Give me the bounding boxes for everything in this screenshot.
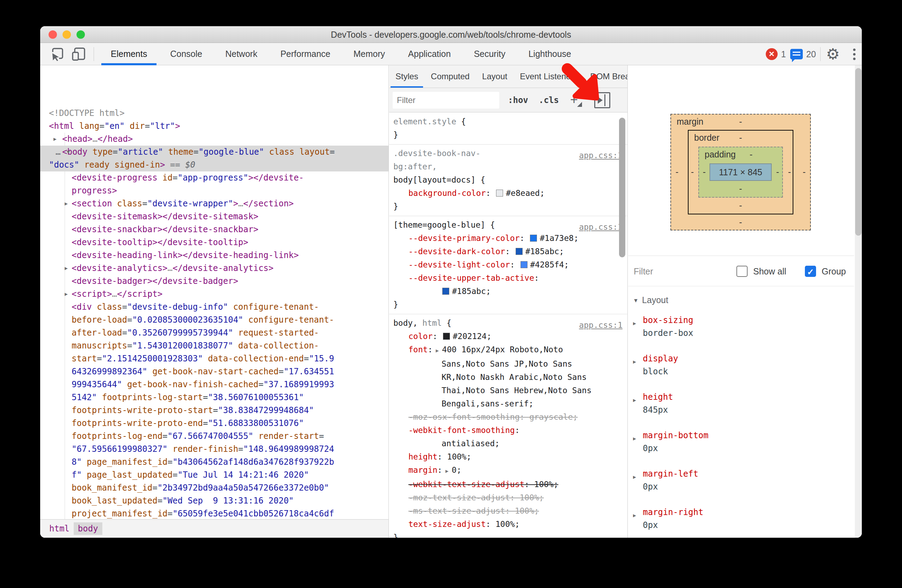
more-options-icon[interactable]	[852, 47, 857, 61]
layout-section-header[interactable]: ▼Layout	[633, 295, 668, 305]
tab-network[interactable]: Network	[214, 43, 269, 65]
messages-icon[interactable]	[790, 49, 803, 59]
tab-performance[interactable]: Performance	[269, 43, 342, 65]
margin-left-value[interactable]: -	[672, 167, 682, 177]
color-swatch[interactable]	[496, 189, 503, 197]
collapsed-arrow-icon[interactable]: ▶	[65, 197, 68, 210]
css-declaration[interactable]: -moz-osx-font-smoothing: grayscale;	[389, 410, 627, 424]
breadcrumb-item-body[interactable]: body	[74, 522, 102, 535]
tab-elements[interactable]: Elements	[99, 43, 158, 65]
css-declaration[interactable]: font: ▶ 400 16px/24px Roboto,Noto Sans,N…	[389, 343, 627, 410]
css-declaration[interactable]: -ms-text-size-adjust: 100%;	[389, 504, 627, 518]
css-rule[interactable]: [theme=google-blue] {app.css:1--devsite-…	[389, 216, 627, 314]
css-declaration[interactable]: height: 100%;	[389, 450, 627, 463]
css-declaration[interactable]: margin: ▶ 0;	[389, 463, 627, 478]
margin-bottom-value[interactable]: -	[735, 217, 746, 227]
rule-selector: body, html {app.css:1	[389, 316, 627, 330]
collapsed-arrow-icon[interactable]: ▶	[633, 471, 636, 483]
color-swatch[interactable]	[520, 261, 528, 268]
computed-property[interactable]: ▶displayblock	[628, 352, 854, 378]
collapsed-arrow-icon[interactable]: ▶	[633, 432, 636, 445]
margin-top-value[interactable]: -	[735, 117, 746, 127]
padding-left-value[interactable]: -	[699, 167, 709, 177]
css-rule[interactable]: .devsite-book-nav- bg:after, body[layout…	[389, 145, 627, 216]
tab-security[interactable]: Security	[462, 43, 517, 65]
dom-tree-line[interactable]: <devsite-progress id="app-progress"></de…	[40, 172, 388, 197]
collapsed-arrow-icon[interactable]: ▶	[633, 394, 636, 407]
computed-property[interactable]: ▶margin-bottom0px	[628, 429, 854, 455]
computed-property[interactable]: ▶margin-right0px	[628, 506, 854, 532]
collapsed-arrow-icon[interactable]: ▶	[633, 355, 636, 368]
tab-application[interactable]: Application	[396, 43, 462, 65]
dom-tree-line[interactable]: ▶<script>…</script>	[40, 288, 388, 301]
css-declaration[interactable]: --devsite-upper-tab-active: #185abc;	[389, 271, 627, 298]
dom-tree-line[interactable]: <devsite-tooltip></devsite-tooltip>	[40, 236, 388, 249]
expanded-arrow-icon[interactable]: ▼	[53, 145, 70, 158]
box-model-content[interactable]: 1171 × 845	[709, 163, 772, 181]
collapsed-arrow-icon[interactable]: ▶	[65, 288, 68, 301]
css-declaration[interactable]: -webkit-text-size-adjust: 100%;	[389, 478, 627, 491]
collapsed-arrow-icon[interactable]: ▶	[633, 317, 636, 330]
dom-tree-line[interactable]: <div class="devsite-debug-info" configur…	[40, 301, 388, 519]
margin-right-value[interactable]: -	[799, 167, 810, 177]
border-left-value[interactable]: -	[687, 167, 698, 177]
dom-tree-line[interactable]: <devsite-snackbar></devsite-snackbar>	[40, 223, 388, 236]
color-swatch[interactable]	[443, 333, 450, 340]
collapsed-arrow-icon[interactable]: ▶	[53, 133, 56, 145]
rule-close-brace: }	[389, 128, 627, 141]
sidebar-tab-computed[interactable]: Computed	[424, 65, 476, 88]
group-checkbox[interactable]: ✓	[805, 266, 816, 277]
inspect-element-icon[interactable]	[50, 47, 65, 62]
margin-label: margin	[676, 117, 703, 127]
color-swatch[interactable]	[442, 288, 449, 295]
padding-bottom-value[interactable]: -	[735, 184, 746, 194]
css-declaration[interactable]: background-color: #e8eaed;	[389, 186, 627, 200]
tab-memory[interactable]: Memory	[342, 43, 396, 65]
padding-right-value[interactable]: -	[772, 167, 783, 177]
settings-gear-icon[interactable]: ⚙	[826, 47, 840, 62]
css-declaration[interactable]: -webkit-font-smoothing: antialiased;	[389, 424, 627, 450]
css-rule[interactable]: body, html {app.css:1color: #202124;font…	[389, 314, 627, 538]
border-bottom-value[interactable]: -	[735, 200, 746, 211]
border-top-value[interactable]: -	[735, 133, 746, 143]
styles-scrollbar[interactable]	[619, 118, 625, 257]
computed-property[interactable]: ▶margin-left0px	[628, 468, 854, 493]
collapsed-arrow-icon[interactable]: ▶	[633, 509, 636, 522]
dom-tree-line[interactable]: ▶<devsite-analytics>…</devsite-analytics…	[40, 262, 388, 275]
computed-filter-input[interactable]	[634, 264, 725, 279]
dom-tree-line[interactable]: <devsite-heading-link></devsite-heading-…	[40, 249, 388, 262]
sidebar-tab-layout[interactable]: Layout	[476, 65, 514, 88]
dom-tree-line[interactable]: …▼<body type="article" theme="google-blu…	[40, 145, 388, 172]
toggle-class-button[interactable]: .cls	[539, 88, 559, 113]
styles-filter-input[interactable]	[393, 92, 499, 109]
padding-top-value[interactable]: -	[746, 149, 756, 160]
stylesheet-link[interactable]: app.css:1	[579, 149, 623, 162]
stylesheet-link[interactable]: app.css:1	[579, 220, 623, 234]
color-swatch[interactable]	[516, 248, 523, 255]
toggle-hover-state-button[interactable]: :hov	[508, 88, 528, 113]
sidebar-scrollbar[interactable]	[855, 68, 861, 236]
css-rule[interactable]: element.style {}	[389, 113, 627, 145]
sidebar-tab-styles[interactable]: Styles	[389, 65, 424, 88]
toggle-device-toolbar-icon[interactable]	[71, 47, 87, 62]
dom-tree-line[interactable]: <!DOCTYPE html>	[40, 107, 388, 120]
css-declaration[interactable]: text-size-adjust: 100%;	[389, 518, 627, 531]
dom-tree-line[interactable]: ▶<section class="devsite-wrapper">…</sec…	[40, 197, 388, 210]
stylesheet-link[interactable]: app.css:1	[579, 319, 623, 332]
css-declaration[interactable]: -moz-text-size-adjust: 100%;	[389, 491, 627, 504]
breadcrumb-item-html[interactable]: html	[45, 522, 74, 535]
border-right-value[interactable]: -	[784, 167, 795, 177]
collapsed-arrow-icon[interactable]: ▶	[65, 262, 68, 275]
dom-tree-line[interactable]: ▶<head>…</head>	[40, 133, 388, 145]
show-all-checkbox[interactable]	[736, 266, 748, 277]
dom-tree-line[interactable]: <devsite-badger></devsite-badger>	[40, 275, 388, 288]
computed-property[interactable]: ▶box-sizingborder-box	[628, 314, 854, 340]
tab-console[interactable]: Console	[158, 43, 214, 65]
dom-tree-line[interactable]: <html lang="en" dir="ltr">	[40, 120, 388, 133]
css-declaration[interactable]: --devsite-dark-color: #185abc;	[389, 245, 627, 258]
dom-tree-line[interactable]: <devsite-sitemask></devsite-sitemask>	[40, 210, 388, 223]
css-declaration[interactable]: --devsite-light-color: #4285f4;	[389, 258, 627, 271]
computed-property[interactable]: ▶height845px	[628, 391, 854, 416]
color-swatch[interactable]	[530, 235, 537, 242]
error-badge-icon[interactable]: ✕	[766, 48, 778, 60]
